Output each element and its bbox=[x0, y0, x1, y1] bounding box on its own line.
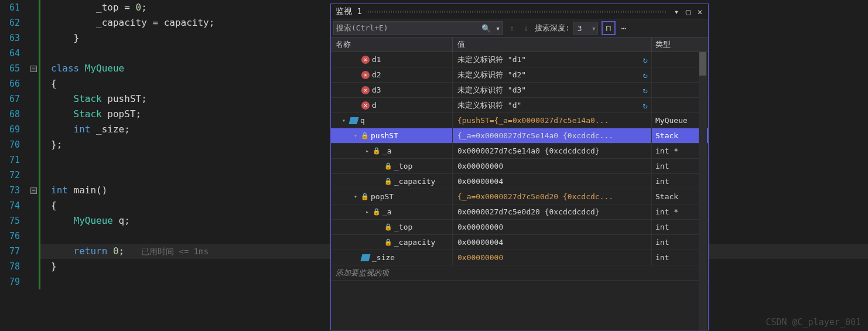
watch-value: 未定义标识符 "d3"↻ bbox=[453, 83, 652, 97]
fold-box[interactable] bbox=[30, 244, 39, 259]
col-value-header[interactable]: 值 bbox=[453, 37, 652, 52]
search-input[interactable]: 搜索(Ctrl+E) 🔍 ▾ bbox=[333, 21, 503, 35]
object-icon bbox=[360, 254, 370, 261]
pin-button[interactable]: ⊓ bbox=[602, 21, 616, 35]
watch-row[interactable]: 🔒_capacity0x00000004int bbox=[331, 235, 708, 250]
watch-value: 0x00000000 bbox=[453, 250, 652, 265]
fold-box[interactable] bbox=[30, 198, 39, 213]
fold-box[interactable] bbox=[30, 259, 39, 274]
line-number-gutter: 61626364656667686970717273747576777879 bbox=[0, 0, 30, 331]
expander-icon[interactable]: ▾ bbox=[340, 117, 347, 124]
next-icon[interactable]: ↓ bbox=[521, 23, 531, 33]
close-icon[interactable]: ✕ bbox=[694, 7, 706, 16]
add-watch-row[interactable]: 添加要监视的项 bbox=[331, 265, 708, 281]
col-type-header[interactable]: 类型 bbox=[652, 37, 708, 52]
watch-name: q bbox=[360, 116, 365, 125]
fold-box[interactable] bbox=[30, 228, 39, 244]
line-number: 62 bbox=[0, 15, 20, 30]
fold-box[interactable] bbox=[30, 168, 39, 183]
fold-box[interactable] bbox=[30, 152, 39, 168]
grip-handle[interactable] bbox=[367, 11, 666, 13]
expander-icon[interactable]: ▾ bbox=[352, 193, 359, 200]
refresh-icon[interactable]: ↻ bbox=[643, 86, 648, 95]
fold-box[interactable] bbox=[30, 30, 39, 46]
scrollbar[interactable] bbox=[699, 52, 707, 330]
watch-row[interactable]: 🔒_top0x00000000int bbox=[331, 159, 708, 174]
watch-toolbar: 搜索(Ctrl+E) 🔍 ▾ ↑ ↓ 搜索深度: 3 ▾ ⊓ ⋯ bbox=[331, 19, 708, 37]
fold-box[interactable] bbox=[30, 0, 39, 15]
watch-row[interactable]: ▸🔒_a0x0000027d7c5e14a0 {0xcdcdcdcd}int * bbox=[331, 144, 708, 159]
expander-icon[interactable]: ▸ bbox=[364, 209, 371, 216]
expander-icon[interactable] bbox=[352, 102, 359, 109]
line-number: 63 bbox=[0, 30, 20, 46]
more-icon[interactable]: ⋯ bbox=[619, 23, 628, 33]
line-number: 65 bbox=[0, 61, 20, 76]
watch-row[interactable]: ✕d3未定义标识符 "d3"↻ bbox=[331, 83, 708, 98]
scrollbar-thumb[interactable] bbox=[699, 52, 706, 76]
fold-box[interactable] bbox=[30, 107, 39, 122]
watch-row[interactable]: ✕d1未定义标识符 "d1"↻ bbox=[331, 52, 708, 67]
watch-value: 0x0000027d7c5e0d20 {0xcdcdcdcd} bbox=[453, 204, 652, 219]
chevron-down-icon[interactable]: ▾ bbox=[592, 24, 597, 33]
watch-row[interactable]: ▾🔒pushST{_a=0x0000027d7c5e14a0 {0xcdcdc.… bbox=[331, 128, 708, 144]
lock-icon: 🔒 bbox=[361, 132, 368, 139]
expander-icon[interactable] bbox=[352, 254, 359, 261]
watch-value: {_a=0x0000027d7c5e0d20 {0xcdcdc... bbox=[453, 189, 652, 204]
expander-icon[interactable] bbox=[375, 163, 382, 170]
line-number: 61 bbox=[0, 0, 20, 15]
fold-box[interactable]: − bbox=[30, 183, 39, 198]
expander-icon[interactable] bbox=[352, 87, 359, 94]
error-icon: ✕ bbox=[361, 56, 370, 64]
fold-box[interactable] bbox=[30, 91, 39, 107]
fold-box[interactable] bbox=[30, 274, 39, 289]
error-icon: ✕ bbox=[361, 71, 370, 79]
fold-box[interactable]: − bbox=[30, 61, 39, 76]
watch-name: _capacity bbox=[394, 238, 435, 247]
maximize-icon[interactable]: ▢ bbox=[682, 7, 694, 16]
line-number: 79 bbox=[0, 274, 20, 289]
watch-title-bar[interactable]: 监视 1 ▾ ▢ ✕ bbox=[331, 4, 708, 19]
dropdown-icon[interactable]: ▾ bbox=[671, 7, 682, 16]
watch-row[interactable]: ▾q{pushST={_a=0x0000027d7c5e14a0...MyQue… bbox=[331, 113, 708, 128]
fold-box[interactable] bbox=[30, 15, 39, 30]
expander-icon[interactable]: ▾ bbox=[352, 132, 359, 139]
watch-columns-header: 名称 值 类型 bbox=[331, 37, 708, 52]
watch-body[interactable]: ✕d1未定义标识符 "d1"↻✕d2未定义标识符 "d2"↻✕d3未定义标识符 … bbox=[331, 52, 708, 330]
watch-row[interactable]: _size0x00000000int bbox=[331, 250, 708, 265]
watch-row[interactable]: 🔒_top0x00000000int bbox=[331, 220, 708, 235]
expander-icon[interactable] bbox=[352, 56, 359, 63]
fold-box[interactable] bbox=[30, 76, 39, 91]
col-name-header[interactable]: 名称 bbox=[331, 37, 453, 52]
line-number: 70 bbox=[0, 137, 20, 152]
expander-icon[interactable] bbox=[375, 224, 382, 231]
expander-icon[interactable]: ▸ bbox=[364, 148, 371, 155]
watch-row[interactable]: 🔒_capacity0x00000004int bbox=[331, 174, 708, 189]
line-number: 71 bbox=[0, 152, 20, 168]
depth-input[interactable]: 3 ▾ bbox=[573, 22, 598, 35]
expander-icon[interactable] bbox=[352, 71, 359, 79]
fold-box[interactable] bbox=[30, 122, 39, 137]
watch-name: d2 bbox=[372, 70, 381, 79]
lock-icon: 🔒 bbox=[361, 193, 368, 200]
watch-row[interactable]: ▾🔒popST{_a=0x0000027d7c5e0d20 {0xcdcdc..… bbox=[331, 189, 708, 204]
watch-value: 0x00000000 bbox=[453, 159, 652, 173]
watch-value: 0x00000000 bbox=[453, 220, 652, 234]
refresh-icon[interactable]: ↻ bbox=[643, 55, 648, 64]
fold-box[interactable] bbox=[30, 46, 39, 61]
line-number: 77 bbox=[0, 244, 20, 259]
watch-row[interactable]: ▸🔒_a0x0000027d7c5e0d20 {0xcdcdcdcd}int * bbox=[331, 204, 708, 220]
watch-window: 监视 1 ▾ ▢ ✕ 搜索(Ctrl+E) 🔍 ▾ ↑ ↓ 搜索深度: 3 ▾ … bbox=[330, 4, 709, 330]
fold-box[interactable] bbox=[30, 137, 39, 152]
line-number: 67 bbox=[0, 91, 20, 107]
watch-row[interactable]: ✕d2未定义标识符 "d2"↻ bbox=[331, 67, 708, 83]
refresh-icon[interactable]: ↻ bbox=[643, 70, 648, 80]
refresh-icon[interactable]: ↻ bbox=[643, 101, 648, 110]
expander-icon[interactable] bbox=[375, 239, 382, 246]
expander-icon[interactable] bbox=[375, 178, 382, 185]
watch-value: 0x0000027d7c5e14a0 {0xcdcdcdcd} bbox=[453, 144, 652, 158]
depth-label: 搜索深度: bbox=[535, 23, 570, 33]
search-icon[interactable]: 🔍 ▾ bbox=[481, 24, 500, 33]
fold-box[interactable] bbox=[30, 213, 39, 228]
watch-row[interactable]: ✕d未定义标识符 "d"↻ bbox=[331, 98, 708, 113]
prev-icon[interactable]: ↑ bbox=[507, 23, 517, 33]
